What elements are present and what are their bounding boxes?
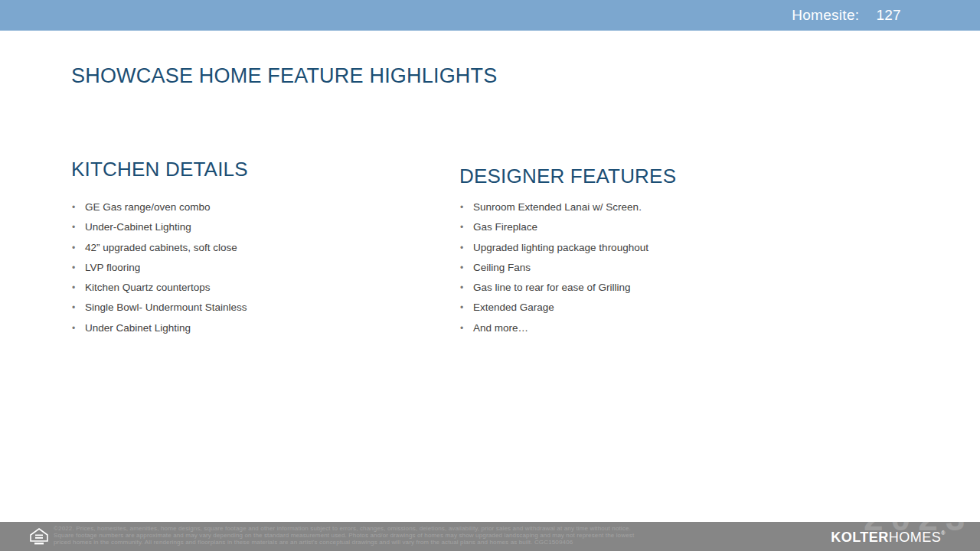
slide: Homesite: 127 SHOWCASE HOME FEATURE HIGH… bbox=[0, 0, 980, 551]
registered-mark: ® bbox=[941, 530, 946, 536]
logo-homes: HOMES bbox=[889, 530, 942, 546]
logo-kolter: KOLTER bbox=[831, 530, 889, 546]
list-item: Ceiling Fans bbox=[459, 258, 648, 278]
disclaimer-line: priced homes in the community. All rende… bbox=[54, 539, 634, 546]
homesite-label: Homesite: bbox=[792, 7, 859, 24]
designer-features-list: Sunroom Extended Lanai w/ Screen. Gas Fi… bbox=[459, 197, 648, 338]
kolter-homes-logo: KOLTERHOMES® bbox=[831, 530, 946, 546]
list-item: Sunroom Extended Lanai w/ Screen. bbox=[459, 197, 648, 217]
list-item: 42” upgraded cabinets, soft close bbox=[71, 238, 247, 258]
list-item: Gas Fireplace bbox=[459, 217, 648, 237]
footer-bar: 2023 ©2022. Prices, homesites, amenities… bbox=[0, 522, 980, 551]
list-item: Under Cabinet Lighting bbox=[71, 318, 247, 338]
disclaimer-line: ©2022. Prices, homesites, amenities, hom… bbox=[54, 525, 634, 532]
kitchen-details-heading: KITCHEN DETAILS bbox=[71, 158, 248, 181]
list-item: Extended Garage bbox=[459, 298, 648, 318]
page-title: SHOWCASE HOME FEATURE HIGHLIGHTS bbox=[71, 64, 497, 88]
homesite-value: 127 bbox=[876, 7, 901, 24]
list-item: And more… bbox=[459, 318, 648, 338]
kitchen-details-list: GE Gas range/oven combo Under-Cabinet Li… bbox=[71, 197, 247, 338]
list-item: Under-Cabinet Lighting bbox=[71, 217, 247, 237]
list-item: Kitchen Quartz countertops bbox=[71, 278, 247, 298]
homesite-indicator: Homesite: 127 bbox=[792, 7, 901, 24]
equal-housing-icon bbox=[29, 527, 49, 546]
list-item: Upgraded lighting package throughout bbox=[459, 238, 648, 258]
disclaimer-text: ©2022. Prices, homesites, amenities, hom… bbox=[54, 525, 634, 546]
list-item: LVP flooring bbox=[71, 258, 247, 278]
disclaimer-line: Square footage numbers are approximate a… bbox=[54, 532, 634, 539]
top-bar: Homesite: 127 bbox=[0, 0, 980, 31]
list-item: Gas line to rear for ease of Grilling bbox=[459, 278, 648, 298]
designer-features-heading: DESIGNER FEATURES bbox=[459, 165, 676, 188]
list-item: Single Bowl- Undermount Stainless bbox=[71, 298, 247, 318]
list-item: GE Gas range/oven combo bbox=[71, 197, 247, 217]
